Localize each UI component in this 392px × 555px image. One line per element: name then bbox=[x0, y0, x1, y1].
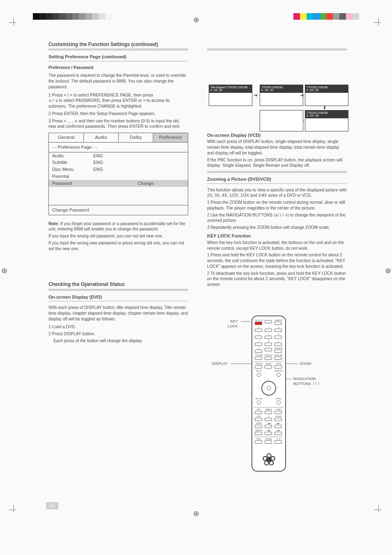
remote-control: KEY LOCKSTANDBY ON/OFF1234567890DVD MENU… bbox=[251, 315, 286, 472]
callout-key-lock: KEY LOCK bbox=[228, 319, 238, 329]
section-title: Checking the Operational Status bbox=[48, 281, 188, 288]
registration-mark: ⊕ bbox=[0, 266, 8, 276]
character-illustration: ❀ bbox=[255, 451, 283, 468]
body-text: When the key lock function is activated,… bbox=[207, 240, 347, 251]
menu-row-highlight: Password Change bbox=[49, 180, 188, 187]
list-item: 1 Load a DVD. bbox=[48, 324, 188, 330]
callout-display: DISPLAY bbox=[212, 361, 227, 366]
color-bar bbox=[33, 13, 112, 20]
body-text: Each press of the button will change the… bbox=[48, 338, 188, 344]
subsection-title: Setting Preference Page (continued) bbox=[48, 54, 188, 60]
crop-mark bbox=[374, 18, 383, 27]
crop-mark bbox=[374, 505, 383, 514]
osd-box: Title Elapsed TT01/03 CH01/060 : 04 : 05 bbox=[209, 85, 252, 106]
list-item: 1 Press the ZOOM button on the remote co… bbox=[207, 200, 347, 211]
list-item: 3 Repeatedly pressing the ZOOM button wi… bbox=[207, 225, 347, 230]
list-item: 2 Press ENTER, then the Setup Password P… bbox=[48, 111, 188, 117]
heading: Preference / Password bbox=[48, 65, 188, 71]
subsection-title: Zooming a Picture (DVD/VCD) bbox=[207, 176, 347, 182]
subsection-title: On-screen Display (DVD) bbox=[48, 294, 188, 300]
osd-box bbox=[260, 110, 303, 131]
list-item: 2 To deactivate the key lock function, p… bbox=[207, 271, 347, 288]
body-text: Note: If you forget your password or a p… bbox=[48, 221, 188, 233]
registration-mark: ⊕ bbox=[384, 266, 392, 276]
list-item: 3 Press < , , , ∨ and then use the numbe… bbox=[48, 118, 188, 130]
list-item: 2 Use the NAVIGATION BUTTONS (∧/ / / >) … bbox=[207, 212, 347, 224]
crop-mark bbox=[9, 18, 18, 27]
menu-page-title: - - Preference Page - - bbox=[49, 143, 188, 152]
page-number: 22 bbox=[46, 502, 58, 509]
osd-box: TT01/03 CH01/060 : 04 : 55 bbox=[260, 85, 303, 106]
body-text: With each press of DISPLAY button, title… bbox=[48, 305, 188, 322]
registration-mark: ⊕ bbox=[192, 15, 200, 25]
arrow-icon: ➔ bbox=[254, 92, 258, 99]
menu-footer: Change Password bbox=[49, 205, 188, 215]
setup-menu-box: GeneralAudioDolbyPreference - - Preferen… bbox=[48, 133, 188, 215]
body-text: The password is required to change the P… bbox=[48, 73, 188, 90]
body-text: With each press of DISPLAY button, singl… bbox=[207, 139, 347, 156]
menu-row: Parental bbox=[49, 173, 188, 180]
osd-box: TT01/03 CH01/060 : 04 : 55 bbox=[305, 110, 348, 131]
list-item: 2 Press DISPLAY button. bbox=[48, 331, 188, 337]
arrow-icon: ➔ bbox=[300, 92, 304, 99]
body-text: If the PBC function is on, press DISPLAY… bbox=[207, 157, 347, 169]
menu-row: AudioENG bbox=[49, 152, 188, 159]
menu-row: Disc MenuENG bbox=[49, 166, 188, 173]
body-text: If you input the wrong old password, you… bbox=[48, 233, 188, 239]
crop-mark bbox=[9, 505, 18, 514]
menu-tab: Audio bbox=[84, 133, 119, 142]
menu-tab: General bbox=[49, 133, 84, 142]
section-title: Customizing the Function Settings (conti… bbox=[48, 41, 188, 48]
heading: KEY LOCK Function bbox=[207, 233, 347, 239]
menu-tab: Dolby bbox=[119, 133, 154, 142]
color-bar bbox=[293, 13, 359, 20]
body-text: If you input the wrong new password or p… bbox=[48, 240, 188, 252]
body-text: This function allows you to view a speci… bbox=[207, 187, 347, 199]
callout-navigation: NAVIGATION BUTTONS / / / bbox=[293, 376, 319, 386]
osd-box: TT01/03 CH01/060 : 04 : 55 bbox=[305, 85, 348, 106]
menu-row: SubtitleENG bbox=[49, 159, 188, 166]
list-item: 1 Press and hold the KEY LOCK button on … bbox=[207, 252, 347, 269]
registration-mark: ⊕ bbox=[192, 509, 200, 518]
list-item: 1 Press < / > to select PREFERENCE PAGE,… bbox=[48, 92, 188, 109]
heading: On-screen Display (VCD) bbox=[207, 132, 347, 138]
menu-tab: Preference bbox=[153, 133, 188, 142]
osd-sequence: Title Elapsed TT01/03 CH01/060 : 04 : 05… bbox=[207, 85, 347, 130]
callout-zoom: ZOOM bbox=[300, 361, 311, 366]
